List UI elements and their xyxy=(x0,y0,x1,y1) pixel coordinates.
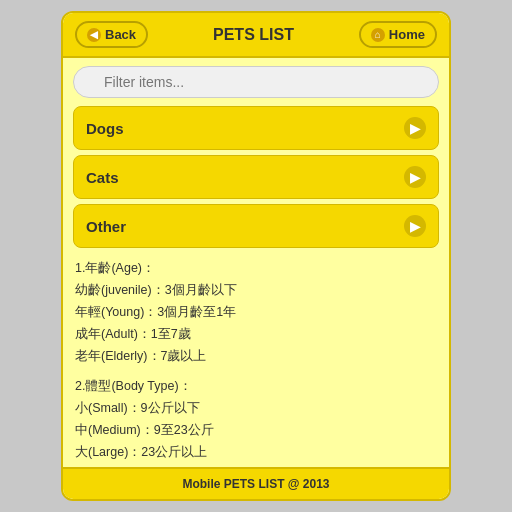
list-item-dogs[interactable]: Dogs ▶ xyxy=(73,106,439,150)
home-icon: ⌂ xyxy=(371,28,385,42)
info-section: 1.年齡(Age)： 幼齡(juvenile)：3個月齡以下 年輕(Young)… xyxy=(63,248,449,467)
search-container: 🔍 xyxy=(63,58,449,106)
home-button[interactable]: ⌂ Home xyxy=(359,21,437,48)
footer: Mobile PETS LIST @ 2013 xyxy=(63,467,449,499)
info-block-body: 2.體型(Body Type)： 小(Small)：9公斤以下 中(Medium… xyxy=(75,376,437,462)
back-button[interactable]: ◀ Back xyxy=(75,21,148,48)
chevron-right-icon: ▶ xyxy=(404,215,426,237)
info-block-age: 1.年齡(Age)： 幼齡(juvenile)：3個月齡以下 年輕(Young)… xyxy=(75,258,437,366)
info-age-line2: 年輕(Young)：3個月齡至1年 xyxy=(75,302,437,322)
info-age-title: 1.年齡(Age)： xyxy=(75,258,437,278)
home-label: Home xyxy=(389,27,425,42)
chevron-right-icon: ▶ xyxy=(404,117,426,139)
list-item-other[interactable]: Other ▶ xyxy=(73,204,439,248)
info-body-line2: 中(Medium)：9至23公斤 xyxy=(75,420,437,440)
page-title: PETS LIST xyxy=(213,26,294,44)
header: ◀ Back PETS LIST ⌂ Home xyxy=(63,13,449,58)
back-icon: ◀ xyxy=(87,28,101,42)
info-body-line1: 小(Small)：9公斤以下 xyxy=(75,398,437,418)
info-age-line1: 幼齡(juvenile)：3個月齡以下 xyxy=(75,280,437,300)
chevron-right-icon: ▶ xyxy=(404,166,426,188)
category-list: Dogs ▶ Cats ▶ Other ▶ xyxy=(63,106,449,248)
list-item-cats[interactable]: Cats ▶ xyxy=(73,155,439,199)
footer-label: Mobile PETS LIST @ 2013 xyxy=(182,477,329,491)
search-wrapper: 🔍 xyxy=(73,66,439,98)
info-body-line3: 大(Large)：23公斤以上 xyxy=(75,442,437,462)
info-body-title: 2.體型(Body Type)： xyxy=(75,376,437,396)
info-age-line3: 成年(Adult)：1至7歲 xyxy=(75,324,437,344)
list-item-label: Dogs xyxy=(86,120,124,137)
search-input[interactable] xyxy=(73,66,439,98)
list-item-label: Other xyxy=(86,218,126,235)
info-age-line4: 老年(Elderly)：7歲以上 xyxy=(75,346,437,366)
app-container: ◀ Back PETS LIST ⌂ Home 🔍 Dogs ▶ Cats ▶ … xyxy=(61,11,451,501)
list-item-label: Cats xyxy=(86,169,119,186)
back-label: Back xyxy=(105,27,136,42)
